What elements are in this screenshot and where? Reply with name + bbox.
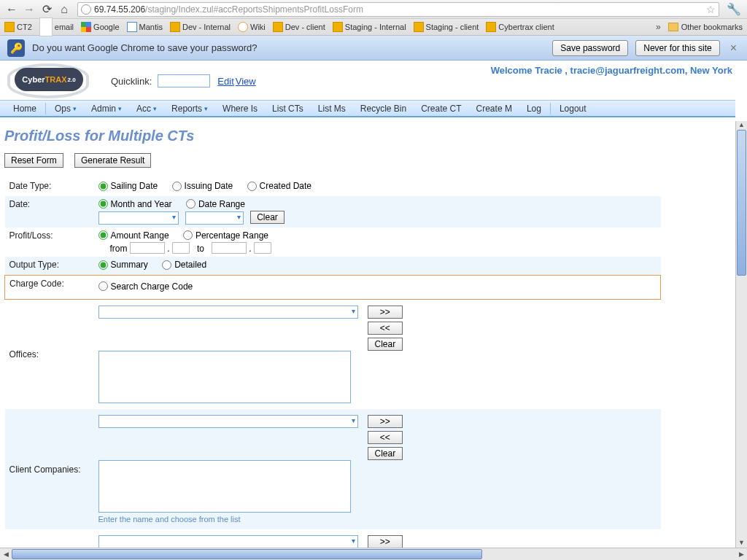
shippers-add-button[interactable]: >> [368,535,403,548]
quicklink-edit-link[interactable]: Edit [217,76,233,87]
never-password-button[interactable]: Never for this site [635,40,719,56]
bookmark-staging-internal[interactable]: Staging - Internal [333,22,406,32]
scroll-up-icon[interactable]: ▲ [736,121,747,130]
menu-create-ct[interactable]: Create CT [414,101,468,116]
quicklink: Quicklink: Edit View [111,74,256,88]
bookmark-dev-internal[interactable]: Dev - Internal [170,22,231,32]
scroll-down-icon[interactable]: ▼ [736,539,747,548]
row-client-companies: Client Companies: >> << Clear Enter the … [5,409,661,529]
radio-issuing-date[interactable]: Issuing Date [172,181,233,191]
menu-log[interactable]: Log [519,101,549,116]
month-select[interactable] [98,211,179,225]
offices-remove-button[interactable]: << [368,322,403,335]
home-icon[interactable]: ⌂ [57,2,71,17]
menu-home[interactable]: Home [6,101,44,116]
menu-recycle-bin[interactable]: Recycle Bin [353,101,414,116]
bookmark-email[interactable]: email [39,18,74,36]
clients-clear-button[interactable]: Clear [368,447,403,460]
amount-to-int[interactable] [212,242,247,254]
amount-to-dec[interactable] [254,242,271,254]
bookmarks-overflow-icon[interactable]: » [656,22,661,32]
menu-create-m[interactable]: Create M [469,101,519,116]
menu-acc[interactable]: Acc [129,101,164,116]
hscroll-thumb[interactable] [12,549,482,559]
other-bookmarks-folder[interactable]: Other bookmarks [668,23,743,31]
browser-toolbar: ← → ⟳ ⌂ 69.74.55.206/staging/Index.zul#a… [0,0,747,19]
radio-month-year[interactable]: Month and Year [98,199,172,209]
page-icon [39,18,53,36]
clients-remove-button[interactable]: << [368,431,403,444]
bookmarks-bar: CT2 email Google Mantis Dev - Internal W… [0,19,747,36]
clients-combo[interactable] [98,415,358,428]
bookmark-cybertrax-client[interactable]: Cybertrax client [486,22,554,32]
date-clear-button[interactable]: Clear [250,211,285,224]
bookmark-icon [486,22,496,32]
bookmark-icon [170,22,180,32]
menu-logout[interactable]: Logout [552,101,594,116]
offices-add-button[interactable]: >> [368,306,403,319]
radio-amount-range[interactable]: Amount Range [98,230,169,241]
clients-add-button[interactable]: >> [368,415,403,428]
clients-listbox[interactable] [98,460,351,513]
url-host: 69.74.55.206 [94,4,145,15]
horizontal-scrollbar[interactable]: ◀ ▶ [0,548,747,560]
bookmark-mantis[interactable]: Mantis [127,22,163,32]
quicklink-input[interactable] [158,74,210,88]
year-select[interactable] [185,211,244,225]
menu-where-is[interactable]: Where Is [215,101,265,116]
offices-listbox[interactable] [98,351,351,403]
main-menu: Home Ops Admin Acc Reports Where Is List… [0,100,735,117]
row-date: Date: Month and Year Date Range Clear [5,196,661,228]
bookmark-staging-client[interactable]: Staging - client [414,22,479,32]
bookmark-ct2[interactable]: CT2 [4,22,32,32]
vertical-scrollbar[interactable]: ▲ ▼ [735,121,747,548]
offices-clear-button[interactable]: Clear [368,338,403,351]
welcome-text: Welcome Tracie , tracie@jaguarfreight.co… [491,65,732,76]
bookmark-dev-client[interactable]: Dev - client [273,22,325,32]
label-client-companies: Client Companies: [5,409,94,529]
scroll-right-icon[interactable]: ▶ [735,551,747,558]
menu-list-ms[interactable]: List Ms [311,101,353,116]
menu-reports[interactable]: Reports [164,101,215,116]
label-offices: Offices: [5,300,94,410]
row-date-type: Date Type: Sailing Date Issuing Date Cre… [5,178,661,196]
offices-combo[interactable] [98,306,358,319]
clients-hint: Enter the name and choose from the list [98,515,657,524]
close-icon[interactable]: × [727,42,740,55]
radio-detailed[interactable]: Detailed [162,260,206,270]
generate-result-button[interactable]: Generate Result [74,153,151,168]
radio-date-range[interactable]: Date Range [186,199,245,209]
amount-from-int[interactable] [130,242,165,254]
menu-list-cts[interactable]: List CTs [265,101,311,116]
radio-created-date[interactable]: Created Date [247,181,311,191]
bookmark-google[interactable]: Google [81,22,119,32]
row-charge-code: Charge Code: Search Charge Code [5,275,661,300]
back-icon[interactable]: ← [4,2,19,17]
wrench-icon[interactable]: 🔧 [727,2,741,16]
amount-from-dec[interactable] [172,242,190,254]
page-body: Profit/Loss for Multiple CTs Reset Form … [0,117,735,548]
menu-ops[interactable]: Ops [47,101,84,116]
bookmark-icon [4,22,15,32]
shippers-combo[interactable] [98,535,358,548]
google-icon [81,22,91,32]
scroll-thumb[interactable] [737,130,746,276]
reset-form-button[interactable]: Reset Form [4,153,63,168]
bookmark-wiki[interactable]: Wiki [238,22,266,32]
star-icon[interactable]: ☆ [706,4,716,15]
save-password-bar: 🔑 Do you want Google Chrome to save your… [0,36,747,61]
forward-icon: → [22,2,36,17]
menu-admin[interactable]: Admin [84,101,129,116]
radio-percentage-range[interactable]: Percentage Range [183,230,268,241]
radio-search-charge-code[interactable]: Search Charge Code [98,281,193,292]
radio-summary[interactable]: Summary [98,260,148,270]
folder-icon [668,23,678,31]
row-output-type: Output Type: Summary Detailed [5,257,661,275]
radio-sailing-date[interactable]: Sailing Date [98,181,158,191]
reload-icon[interactable]: ⟳ [39,2,54,17]
save-password-button[interactable]: Save password [552,40,628,56]
url-bar[interactable]: 69.74.55.206/staging/Index.zul#accReport… [77,2,719,17]
label-shippers: Shippers: [5,529,94,548]
quicklink-view-link[interactable]: View [236,76,256,87]
scroll-left-icon[interactable]: ◀ [0,551,12,558]
